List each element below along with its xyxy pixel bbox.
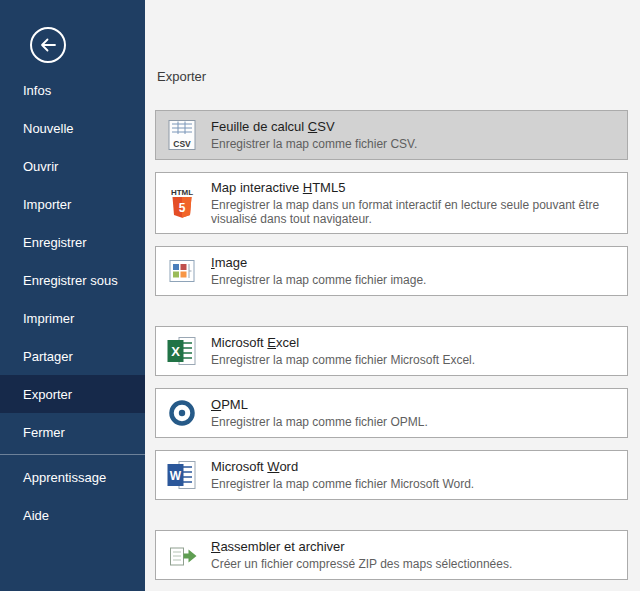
sidebar-item-label: Partager <box>23 349 73 364</box>
option-text: Map interactive HTML5 Enregistrer la map… <box>211 180 617 226</box>
option-title-post: SV <box>317 119 334 134</box>
option-title-post: xcel <box>276 335 299 350</box>
sidebar-item-label: Importer <box>23 197 71 212</box>
option-title-accelerator: R <box>211 539 220 554</box>
svg-text:HTML: HTML <box>171 188 193 197</box>
option-title-post: assembler et archiver <box>220 539 344 554</box>
sidebar-separator <box>0 454 145 455</box>
sidebar-item-label: Enregistrer <box>23 235 87 250</box>
sidebar-item-ouvrir[interactable]: Ouvrir <box>0 147 145 185</box>
option-text: Image Enregistrer la map comme fichier i… <box>211 255 426 287</box>
export-option-opml[interactable]: OPML Enregistrer la map comme fichier OP… <box>155 388 628 438</box>
sidebar-item-aide[interactable]: Aide <box>0 496 145 534</box>
sidebar-item-label: Fermer <box>23 425 65 440</box>
option-description: Enregistrer la map comme fichier CSV. <box>211 137 417 151</box>
sidebar-item-enregistrer[interactable]: Enregistrer <box>0 223 145 261</box>
option-title-pre: Microsoft <box>211 459 267 474</box>
sidebar-item-label: Apprentissage <box>23 470 106 485</box>
option-description: Enregistrer la map comme fichier Microso… <box>211 477 474 491</box>
csv-file-icon: CSV <box>166 119 198 151</box>
sidebar-item-fermer[interactable]: Fermer <box>0 413 145 451</box>
option-title: Microsoft Word <box>211 459 474 475</box>
sidebar-item-label: Ouvrir <box>23 159 58 174</box>
sidebar: Infos Nouvelle Ouvrir Importer Enregistr… <box>0 0 145 591</box>
opml-icon <box>166 397 198 429</box>
option-description: Enregistrer la map comme fichier Microso… <box>211 353 475 367</box>
option-title-post: PML <box>221 397 248 412</box>
svg-text:CSV: CSV <box>173 139 191 149</box>
sidebar-item-imprimer[interactable]: Imprimer <box>0 299 145 337</box>
export-option-image[interactable]: Image Enregistrer la map comme fichier i… <box>155 246 628 296</box>
export-option-word[interactable]: W Microsoft Word Enregistrer la map comm… <box>155 450 628 500</box>
export-option-html5[interactable]: HTML5 Map interactive HTML5 Enregistrer … <box>155 172 628 234</box>
option-description: Enregistrer la map comme fichier OPML. <box>211 415 428 429</box>
option-description: Enregistrer la map comme fichier image. <box>211 273 426 287</box>
sidebar-item-label: Exporter <box>23 387 72 402</box>
option-title: Map interactive HTML5 <box>211 180 617 196</box>
option-title: Image <box>211 255 426 271</box>
option-description: Créer un fichier compressé ZIP des maps … <box>211 557 512 571</box>
sidebar-item-exporter[interactable]: Exporter <box>0 375 145 413</box>
page-title: Exporter <box>157 69 628 84</box>
option-title-pre: Feuille de calcul <box>211 119 308 134</box>
option-title-pre: Microsoft <box>211 335 267 350</box>
option-title: Rassembler et archiver <box>211 539 512 555</box>
option-title: OPML <box>211 397 428 413</box>
sidebar-item-label: Infos <box>23 83 51 98</box>
option-text: Feuille de calcul CSV Enregistrer la map… <box>211 119 417 151</box>
option-title: Microsoft Excel <box>211 335 475 351</box>
export-option-archive[interactable]: Rassembler et archiver Créer un fichier … <box>155 530 628 580</box>
image-icon <box>166 255 198 287</box>
option-text: OPML Enregistrer la map comme fichier OP… <box>211 397 428 429</box>
option-title-post: mage <box>215 255 248 270</box>
sidebar-nav: Infos Nouvelle Ouvrir Importer Enregistr… <box>0 71 145 534</box>
export-options-list: CSV Feuille de calcul CSV Enregistrer la… <box>155 110 628 580</box>
back-arrow-icon <box>38 35 58 55</box>
option-text: Microsoft Word Enregistrer la map comme … <box>211 459 474 491</box>
option-title-accelerator: H <box>303 180 312 195</box>
option-title-accelerator: W <box>267 459 279 474</box>
option-title-pre: Map interactive <box>211 180 303 195</box>
excel-icon: X <box>166 335 198 367</box>
svg-text:W: W <box>170 469 182 483</box>
option-text: Rassembler et archiver Créer un fichier … <box>211 539 512 571</box>
main-panel: Exporter CSV Feuille de calcul CSV Enreg… <box>145 0 640 591</box>
option-text: Microsoft Excel Enregistrer la map comme… <box>211 335 475 367</box>
sidebar-item-label: Enregistrer sous <box>23 273 118 288</box>
sidebar-item-apprentissage[interactable]: Apprentissage <box>0 458 145 496</box>
archive-icon <box>166 539 198 571</box>
sidebar-item-importer[interactable]: Importer <box>0 185 145 223</box>
html5-icon: HTML5 <box>166 187 198 219</box>
export-option-csv[interactable]: CSV Feuille de calcul CSV Enregistrer la… <box>155 110 628 160</box>
sidebar-item-nouvelle[interactable]: Nouvelle <box>0 109 145 147</box>
option-title-post: ord <box>279 459 298 474</box>
option-title-accelerator: E <box>267 335 276 350</box>
back-button[interactable] <box>30 27 66 63</box>
sidebar-item-label: Aide <box>23 508 49 523</box>
svg-text:X: X <box>171 344 180 359</box>
option-title: Feuille de calcul CSV <box>211 119 417 135</box>
option-title-post: TML5 <box>312 180 345 195</box>
option-description: Enregistrer la map dans un format intera… <box>211 198 617 226</box>
svg-text:5: 5 <box>179 201 186 215</box>
export-option-excel[interactable]: X Microsoft Excel Enregistrer la map com… <box>155 326 628 376</box>
option-title-accelerator: C <box>308 119 317 134</box>
option-title-accelerator: O <box>211 397 221 412</box>
sidebar-item-enregistrer-sous[interactable]: Enregistrer sous <box>0 261 145 299</box>
word-icon: W <box>166 459 198 491</box>
sidebar-item-label: Imprimer <box>23 311 74 326</box>
sidebar-item-label: Nouvelle <box>23 121 74 136</box>
sidebar-item-partager[interactable]: Partager <box>0 337 145 375</box>
sidebar-item-infos[interactable]: Infos <box>0 71 145 109</box>
